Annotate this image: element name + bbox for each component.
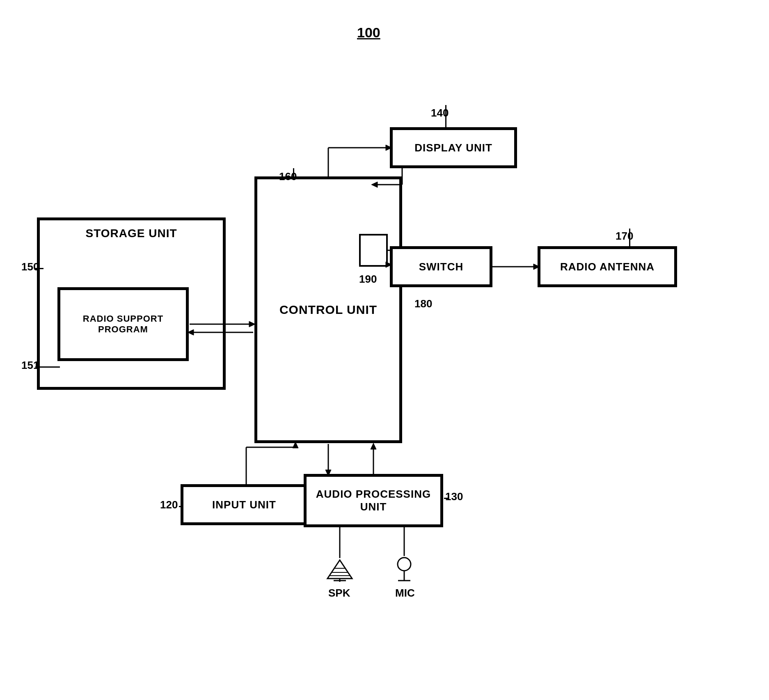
- ref-170: 170: [616, 230, 633, 242]
- spk-icon: [325, 558, 354, 584]
- mic-svg: [394, 556, 414, 585]
- ref-151: 151: [21, 359, 39, 372]
- mic-icon: [394, 556, 414, 586]
- spk-label: SPK: [328, 587, 350, 599]
- spk-svg: [325, 558, 354, 583]
- ref-130: 130: [445, 490, 463, 503]
- ref-150: 150: [21, 261, 39, 273]
- switch-box: SWITCH: [390, 246, 492, 287]
- small-box-190: [359, 234, 388, 267]
- ref-190: 190: [359, 273, 377, 286]
- svg-marker-28: [371, 443, 376, 449]
- diagram: 100 STORAGE UNIT 150 RADIO SUPPORT PROGR…: [0, 0, 769, 700]
- ref-120: 120: [160, 499, 178, 511]
- radio-support-program-box: RADIO SUPPORT PROGRAM: [57, 287, 189, 361]
- audio-processing-unit-box: AUDIO PROCESSING UNIT: [304, 474, 443, 527]
- radio-antenna-box: RADIO ANTENNA: [538, 246, 677, 287]
- title-label: 100: [357, 25, 380, 41]
- input-unit-box: INPUT UNIT: [181, 484, 308, 525]
- display-unit-box: DISPLAY UNIT: [390, 127, 517, 168]
- mic-label: MIC: [395, 587, 415, 599]
- svg-point-6: [398, 558, 411, 571]
- control-unit-box: CONTROL UNIT: [254, 176, 402, 443]
- ref-180: 180: [414, 297, 432, 310]
